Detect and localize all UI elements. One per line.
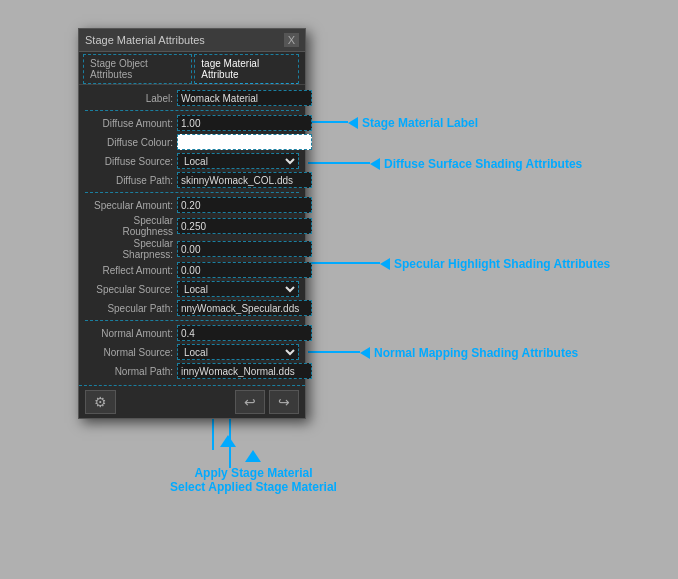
specular-source-select[interactable]: Local xyxy=(177,281,299,297)
arrow-head-icon xyxy=(370,158,380,170)
arrow-head-icon xyxy=(360,347,370,359)
select-material-button[interactable]: ↪ xyxy=(269,390,299,414)
up-arrow-icon xyxy=(245,450,261,462)
background: Stage Material Attributes X Stage Object… xyxy=(0,0,678,579)
normal-source-label: Normal Source: xyxy=(85,347,177,358)
normal-amount-input[interactable] xyxy=(177,325,312,341)
reflect-amount-input[interactable] xyxy=(177,262,312,278)
tab-bar: Stage Object Attributes tage Material At… xyxy=(79,52,305,85)
diffuse-source-row: Diffuse Source: Local xyxy=(85,152,299,170)
specular-sharpness-input[interactable] xyxy=(177,241,312,257)
tab-stage-material[interactable]: tage Material Attribute xyxy=(194,54,299,84)
apply-material-button[interactable]: ↩ xyxy=(235,390,265,414)
diffuse-colour-row: Diffuse Colour: xyxy=(85,133,299,151)
normal-path-row: Normal Path: xyxy=(85,362,299,380)
specular-roughness-label: Specular Roughness xyxy=(85,215,177,237)
label-field-label: Label: xyxy=(85,93,177,104)
specular-source-label: Specular Source: xyxy=(85,284,177,295)
stage-material-panel: Stage Material Attributes X Stage Object… xyxy=(78,28,306,419)
title-bar: Stage Material Attributes X xyxy=(79,29,305,52)
annotation-select-arrow xyxy=(220,435,236,447)
diffuse-path-input[interactable] xyxy=(177,172,312,188)
diffuse-source-select[interactable]: Local xyxy=(177,153,299,169)
normal-amount-row: Normal Amount: xyxy=(85,324,299,342)
footer: ⚙ ↩ ↪ xyxy=(79,385,305,418)
specular-sharpness-row: Specular Sharpness: xyxy=(85,238,299,260)
specular-path-input[interactable] xyxy=(177,300,312,316)
annotation-label-text: Stage Material Label xyxy=(362,116,478,130)
reflect-amount-label: Reflect Amount: xyxy=(85,265,177,276)
panel-title: Stage Material Attributes xyxy=(85,34,205,46)
label-input[interactable] xyxy=(177,90,312,106)
diffuse-colour-input[interactable] xyxy=(177,134,312,150)
specular-roughness-row: Specular Roughness xyxy=(85,215,299,237)
close-button[interactable]: X xyxy=(284,33,299,47)
specular-amount-label: Specular Amount: xyxy=(85,200,177,211)
specular-path-row: Specular Path: xyxy=(85,299,299,317)
annotation-normal-text: Normal Mapping Shading Attributes xyxy=(374,346,578,360)
gear-button[interactable]: ⚙ xyxy=(85,390,116,414)
up-arrow-icon-2 xyxy=(220,435,236,447)
normal-amount-label: Normal Amount: xyxy=(85,328,177,339)
divider-2 xyxy=(85,192,299,193)
diffuse-source-label: Diffuse Source: xyxy=(85,156,177,167)
specular-roughness-input[interactable] xyxy=(177,218,312,234)
annotation-stage-material-label: Stage Material Label xyxy=(348,116,478,130)
specular-source-row: Specular Source: Local xyxy=(85,280,299,298)
tab-stage-object[interactable]: Stage Object Attributes xyxy=(83,54,192,84)
diffuse-amount-row: Diffuse Amount: xyxy=(85,114,299,132)
normal-source-row: Normal Source: Local xyxy=(85,343,299,361)
annotation-normal-mapping: Normal Mapping Shading Attributes xyxy=(360,346,578,360)
arrow-head-icon xyxy=(348,117,358,129)
annotation-diffuse-surface: Diffuse Surface Shading Attributes xyxy=(370,157,582,171)
diffuse-amount-label: Diffuse Amount: xyxy=(85,118,177,129)
footer-right-buttons: ↩ ↪ xyxy=(235,390,299,414)
specular-sharpness-label: Specular Sharpness: xyxy=(85,238,177,260)
annotation-specular-text: Specular Highlight Shading Attributes xyxy=(394,257,610,271)
diffuse-amount-input[interactable] xyxy=(177,115,312,131)
diffuse-colour-label: Diffuse Colour: xyxy=(85,137,177,148)
annotation-apply-material: Apply Stage Material Select Applied Stag… xyxy=(170,450,337,494)
arrow-head-icon xyxy=(380,258,390,270)
annotation-diffuse-text: Diffuse Surface Shading Attributes xyxy=(384,157,582,171)
reflect-amount-row: Reflect Amount: xyxy=(85,261,299,279)
divider-3 xyxy=(85,320,299,321)
specular-path-label: Specular Path: xyxy=(85,303,177,314)
select-applied-text: Select Applied Stage Material xyxy=(170,480,337,494)
specular-amount-input[interactable] xyxy=(177,197,312,213)
form-area: Label: Diffuse Amount: Diffuse Colour: D… xyxy=(79,85,305,385)
diffuse-path-label: Diffuse Path: xyxy=(85,175,177,186)
normal-source-select[interactable]: Local xyxy=(177,344,299,360)
normal-path-label: Normal Path: xyxy=(85,366,177,377)
divider-1 xyxy=(85,110,299,111)
apply-material-text: Apply Stage Material xyxy=(194,466,312,480)
label-row: Label: xyxy=(85,89,299,107)
diffuse-path-row: Diffuse Path: xyxy=(85,171,299,189)
normal-path-input[interactable] xyxy=(177,363,312,379)
specular-amount-row: Specular Amount: xyxy=(85,196,299,214)
annotation-specular-highlight: Specular Highlight Shading Attributes xyxy=(380,257,610,271)
